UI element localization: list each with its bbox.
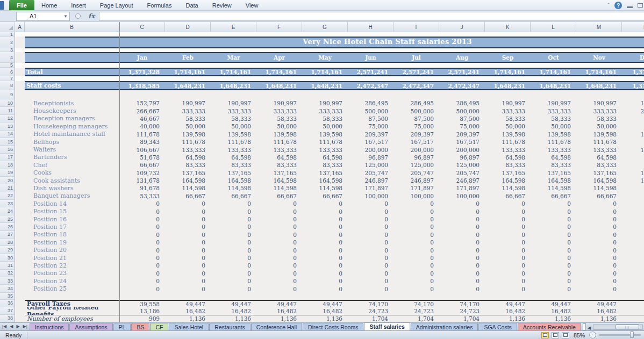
cell-l18[interactable]: 83,333 <box>531 161 576 169</box>
cell-e11[interactable]: 333,333 <box>211 107 256 114</box>
cell-d19[interactable]: 137,165 <box>165 169 211 177</box>
cell-n21[interactable]: 91,678 <box>622 184 644 192</box>
cell-h26[interactable]: 0 <box>348 223 393 230</box>
cell-k18[interactable]: 83,333 <box>485 161 531 169</box>
cell-j23[interactable]: 0 <box>439 200 485 207</box>
cell-k10[interactable]: 190,997 <box>485 99 531 107</box>
tab-split-handle[interactable] <box>583 323 586 330</box>
cell-e22[interactable]: 66,667 <box>211 192 256 200</box>
cell-j34[interactable]: 0 <box>439 285 485 292</box>
cell-f30[interactable]: 0 <box>256 254 302 262</box>
cell-d38[interactable]: 1,136 <box>165 315 211 322</box>
cell-k36[interactable]: 49,447 <box>485 301 531 307</box>
cell-i13[interactable]: 75,000 <box>393 122 439 130</box>
cell-j13[interactable]: 75,000 <box>439 122 485 130</box>
cell-l13[interactable]: 50,000 <box>531 122 576 130</box>
cell-e36[interactable]: 49,447 <box>211 301 256 307</box>
sheet-tab-direct-costs-rooms[interactable]: Direct Costs Rooms <box>303 323 363 330</box>
cell-d22[interactable]: 66,667 <box>165 192 211 200</box>
cell-j29[interactable]: 0 <box>439 246 485 254</box>
cell-a2[interactable] <box>15 37 25 48</box>
cell-g37[interactable]: 16,482 <box>302 307 348 315</box>
cell-f22[interactable]: 66,667 <box>256 192 302 200</box>
cell-n19[interactable]: 109,732 <box>622 169 644 177</box>
cell-j30[interactable]: 0 <box>439 254 485 262</box>
cell-m23[interactable]: 0 <box>576 200 622 207</box>
cell-c31[interactable]: 0 <box>119 262 165 269</box>
row-header-6[interactable]: 6 <box>0 68 15 76</box>
cell-a20[interactable] <box>15 177 25 184</box>
cell-f8[interactable]: 1,648,231 <box>256 82 302 89</box>
cell-n6[interactable]: 1,371,328 <box>622 69 644 75</box>
cell-i21[interactable]: 171,897 <box>393 184 439 192</box>
cell-c23[interactable]: 0 <box>119 200 165 207</box>
cell-l17[interactable]: 64,598 <box>531 154 576 161</box>
cell-a9[interactable] <box>15 90 25 99</box>
row-header-12[interactable]: 12 <box>0 115 15 122</box>
cell-g22[interactable]: 66,667 <box>302 192 348 200</box>
cell-h34[interactable]: 0 <box>348 285 393 292</box>
cell-g29[interactable]: 0 <box>302 246 348 254</box>
sheet-tab-accounts-receivable[interactable]: Accounts Receivable <box>518 323 581 330</box>
cell-g12[interactable]: 58,333 <box>302 115 348 122</box>
cell-g36[interactable]: 49,447 <box>302 301 348 307</box>
cell-n33[interactable]: 0 <box>622 277 644 285</box>
cell-k8[interactable]: 1,648,231 <box>485 82 531 89</box>
cell-k27[interactable]: 0 <box>485 231 531 239</box>
cell-f36[interactable]: 49,447 <box>256 301 302 307</box>
cell-n26[interactable]: 0 <box>622 223 644 230</box>
cell-d10[interactable]: 190,997 <box>165 99 211 107</box>
row-header-21[interactable]: 21 <box>0 184 15 192</box>
cell-g21[interactable]: 114,598 <box>302 184 348 192</box>
cell-l38[interactable]: 1,136 <box>531 315 576 322</box>
column-header-g[interactable]: G <box>302 22 348 32</box>
cell-m13[interactable]: 50,000 <box>576 122 622 130</box>
month-header-jun[interactable]: Jun <box>348 53 393 62</box>
cell-n30[interactable]: 0 <box>622 254 644 262</box>
cell-i33[interactable]: 0 <box>393 277 439 285</box>
file-tab[interactable]: File <box>9 0 34 10</box>
cell-a10[interactable] <box>15 99 25 107</box>
cell-h17[interactable]: 96,897 <box>348 154 393 161</box>
cell-c19[interactable]: 109,732 <box>119 169 165 177</box>
row-header-20[interactable]: 20 <box>0 177 15 184</box>
cell-i30[interactable]: 0 <box>393 254 439 262</box>
cell-d11[interactable]: 333,333 <box>165 107 211 114</box>
cell-j21[interactable]: 171,897 <box>439 184 485 192</box>
cell-c21[interactable]: 91,678 <box>119 184 165 192</box>
cell-a27[interactable] <box>15 231 25 239</box>
cell-a7[interactable] <box>15 76 25 81</box>
cell-a29[interactable] <box>15 246 25 254</box>
cell-k23[interactable]: 0 <box>485 200 531 207</box>
cell-f27[interactable]: 0 <box>256 231 302 239</box>
cell-j14[interactable]: 209,397 <box>439 131 485 138</box>
cell-a31[interactable] <box>15 262 25 269</box>
cell-h28[interactable]: 0 <box>348 239 393 246</box>
cell-c28[interactable]: 0 <box>119 239 165 246</box>
cell-m24[interactable]: 0 <box>576 207 622 215</box>
column-header-d[interactable]: D <box>165 22 211 32</box>
row-header-5[interactable]: 5 <box>0 63 15 68</box>
cell-c32[interactable]: 0 <box>119 270 165 277</box>
next-sheet-icon[interactable]: ▶ <box>16 324 19 329</box>
cell-l21[interactable]: 114,598 <box>531 184 576 192</box>
cell-k13[interactable]: 50,000 <box>485 122 531 130</box>
cell-f11[interactable]: 333,333 <box>256 107 302 114</box>
column-header-e[interactable]: E <box>211 22 256 32</box>
cell-h11[interactable]: 500,000 <box>348 107 393 114</box>
cell-l22[interactable]: 66,667 <box>531 192 576 200</box>
cell-a4[interactable] <box>15 52 25 63</box>
cell-i24[interactable]: 0 <box>393 207 439 215</box>
cell-k6[interactable]: 1,714,161 <box>485 69 531 75</box>
cell-j38[interactable]: 1,704 <box>439 315 485 322</box>
row-label-housekeepers[interactable]: Housekeepers <box>25 107 119 114</box>
cell-a26[interactable] <box>15 223 25 230</box>
cell-h19[interactable]: 205,747 <box>348 169 393 177</box>
cell-g32[interactable]: 0 <box>302 270 348 277</box>
cell-k17[interactable]: 64,598 <box>485 154 531 161</box>
cell-i29[interactable]: 0 <box>393 246 439 254</box>
cell-k12[interactable]: 58,333 <box>485 115 531 122</box>
insert-function-icon[interactable] <box>75 13 81 19</box>
column-header-b[interactable]: B <box>25 22 119 32</box>
cell-l37[interactable]: 16,482 <box>531 307 576 315</box>
